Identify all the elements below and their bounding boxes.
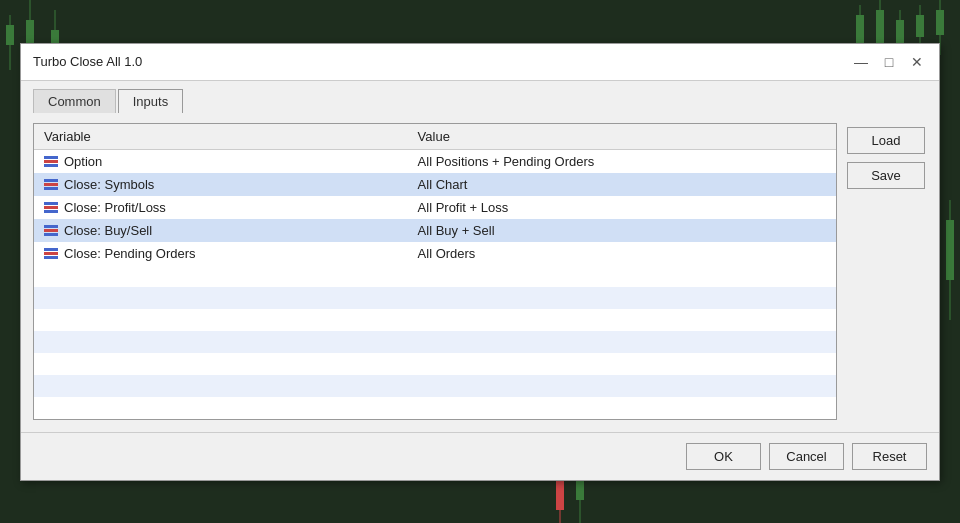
minimize-button[interactable]: —: [851, 52, 871, 72]
table-row[interactable]: OptionAll Positions + Pending Orders: [34, 149, 836, 173]
variable-cell: Close: Profit/Loss: [34, 196, 408, 219]
table-row-empty: [34, 265, 836, 287]
save-button[interactable]: Save: [847, 162, 925, 189]
table-row[interactable]: Close: Buy/SellAll Buy + Sell: [34, 219, 836, 242]
variables-table-wrapper: Variable Value OptionAll Positions + Pen…: [33, 123, 837, 420]
row-icon: [44, 202, 58, 213]
row-icon: [44, 156, 58, 167]
col-header-value: Value: [408, 124, 836, 150]
svg-rect-6: [6, 25, 14, 45]
value-cell: All Orders: [408, 242, 836, 265]
svg-rect-22: [946, 220, 954, 280]
bottom-bar: OK Cancel Reset: [21, 432, 939, 480]
variable-cell: Close: Buy/Sell: [34, 219, 408, 242]
maximize-button[interactable]: □: [879, 52, 899, 72]
table-row-empty: [34, 331, 836, 353]
table-row-empty: [34, 397, 836, 419]
variable-cell: Close: Symbols: [34, 173, 408, 196]
variables-table: Variable Value OptionAll Positions + Pen…: [34, 124, 836, 419]
variable-name: Close: Pending Orders: [64, 246, 196, 261]
variable-name: Close: Buy/Sell: [64, 223, 152, 238]
dialog-title: Turbo Close All 1.0: [33, 54, 142, 69]
svg-rect-10: [876, 10, 884, 45]
svg-rect-20: [556, 480, 564, 510]
tab-bar: Common Inputs: [21, 81, 939, 113]
table-row-empty: [34, 287, 836, 309]
title-controls: — □ ✕: [851, 52, 927, 72]
value-cell: All Chart: [408, 173, 836, 196]
table-row-empty: [34, 375, 836, 397]
value-cell: All Positions + Pending Orders: [408, 149, 836, 173]
row-icon: [44, 248, 58, 259]
main-area: Variable Value OptionAll Positions + Pen…: [33, 123, 927, 420]
value-cell: All Profit + Loss: [408, 196, 836, 219]
svg-rect-14: [916, 15, 924, 37]
tab-inputs[interactable]: Inputs: [118, 89, 183, 113]
col-header-variable: Variable: [34, 124, 408, 150]
ok-button[interactable]: OK: [686, 443, 761, 470]
variable-name: Close: Symbols: [64, 177, 154, 192]
reset-button[interactable]: Reset: [852, 443, 927, 470]
table-row[interactable]: Close: Profit/LossAll Profit + Loss: [34, 196, 836, 219]
variable-name: Option: [64, 154, 102, 169]
cancel-button[interactable]: Cancel: [769, 443, 844, 470]
variable-cell: Close: Pending Orders: [34, 242, 408, 265]
row-icon: [44, 179, 58, 190]
title-bar: Turbo Close All 1.0 — □ ✕: [21, 44, 939, 81]
close-button[interactable]: ✕: [907, 52, 927, 72]
content-area: Variable Value OptionAll Positions + Pen…: [21, 113, 939, 432]
table-row[interactable]: Close: Pending OrdersAll Orders: [34, 242, 836, 265]
row-icon: [44, 225, 58, 236]
table-row-empty: [34, 353, 836, 375]
variable-cell: Option: [34, 150, 408, 173]
tab-common[interactable]: Common: [33, 89, 116, 113]
value-cell: All Buy + Sell: [408, 219, 836, 242]
load-button[interactable]: Load: [847, 127, 925, 154]
table-row-empty: [34, 309, 836, 331]
dialog-window: Turbo Close All 1.0 — □ ✕ Common Inputs …: [20, 43, 940, 481]
side-buttons: Load Save: [847, 123, 927, 420]
table-row[interactable]: Close: SymbolsAll Chart: [34, 173, 836, 196]
variable-name: Close: Profit/Loss: [64, 200, 166, 215]
svg-rect-16: [936, 10, 944, 35]
